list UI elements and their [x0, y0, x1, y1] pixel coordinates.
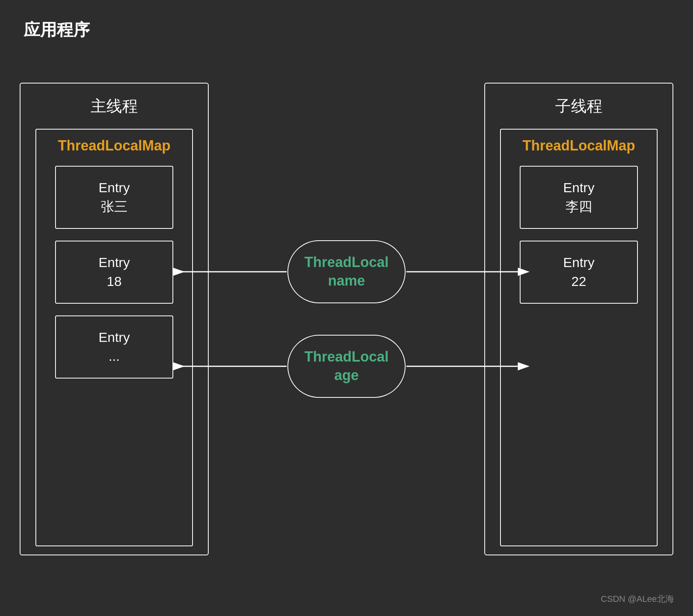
main-map-title: ThreadLocalMap: [58, 137, 170, 154]
main-entry-1-line2: 18: [107, 272, 122, 291]
child-thread-box: 子线程 ThreadLocalMap Entry 李四 Entry 22: [484, 83, 673, 555]
main-threadlocalmap-box: ThreadLocalMap Entry 张三 Entry 18 Entry .…: [35, 129, 193, 546]
main-entry-1: Entry 18: [55, 241, 173, 304]
main-entry-0-line1: Entry: [98, 178, 130, 197]
main-area: 主线程 ThreadLocalMap Entry 张三 Entry 18 Ent…: [20, 51, 673, 587]
main-thread-box: 主线程 ThreadLocalMap Entry 张三 Entry 18 Ent…: [20, 83, 209, 555]
watermark: CSDN @ALee北海: [601, 593, 674, 605]
child-entry-0-line1: Entry: [563, 178, 594, 197]
threadlocal-name-node: ThreadLocal name: [287, 240, 406, 303]
main-entry-0: Entry 张三: [55, 166, 173, 229]
child-entry-1: Entry 22: [520, 241, 638, 304]
threadlocal-name-line2: name: [328, 272, 365, 290]
page-title: 应用程序: [24, 19, 90, 41]
main-entry-2-line2: ...: [109, 347, 120, 366]
main-thread-label: 主线程: [91, 95, 138, 117]
child-entry-0: Entry 李四: [520, 166, 638, 229]
child-thread-label: 子线程: [555, 95, 602, 117]
main-entry-2: Entry ...: [55, 315, 173, 379]
child-entry-1-line2: 22: [571, 272, 586, 291]
child-entry-0-line2: 李四: [565, 197, 592, 216]
main-entry-0-line2: 张三: [101, 197, 128, 216]
main-entry-2-line1: Entry: [98, 328, 130, 347]
child-entry-1-line1: Entry: [563, 253, 594, 272]
child-threadlocalmap-box: ThreadLocalMap Entry 李四 Entry 22: [500, 129, 658, 546]
threadlocal-age-node: ThreadLocal age: [287, 335, 406, 398]
threadlocal-name-line1: ThreadLocal: [304, 253, 389, 272]
threadlocal-age-line1: ThreadLocal: [304, 348, 389, 366]
center-col: ThreadLocal name ThreadLocal age: [287, 240, 406, 398]
child-map-title: ThreadLocalMap: [523, 137, 635, 154]
threadlocal-age-line2: age: [334, 366, 359, 385]
main-entry-1-line1: Entry: [98, 253, 130, 272]
